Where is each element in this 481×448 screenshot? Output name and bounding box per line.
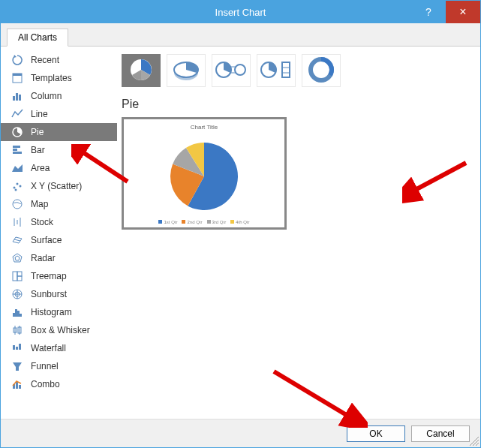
svg-point-9 — [14, 187, 16, 189]
tab-strip: All Charts — [1, 23, 480, 47]
svg-rect-35 — [13, 345, 15, 350]
sidebar-item-x-y-scatter-[interactable]: X Y (Scatter) — [1, 177, 117, 195]
sidebar-item-label: Bar — [31, 145, 45, 155]
sidebar-item-line[interactable]: Line — [1, 105, 117, 123]
legend-item: 3rd Qtr — [207, 220, 227, 224]
ok-button[interactable]: OK — [347, 425, 405, 442]
subtype-pie-2d[interactable] — [122, 54, 161, 87]
radar-icon — [11, 252, 23, 264]
recent-icon — [11, 54, 23, 66]
svg-rect-48 — [282, 62, 290, 77]
preview-pie-icon — [163, 132, 245, 220]
bar-icon — [11, 144, 23, 156]
svg-rect-36 — [16, 347, 18, 350]
combo-icon — [11, 378, 23, 390]
svg-point-10 — [17, 183, 19, 185]
svg-rect-1 — [13, 74, 22, 76]
sidebar-item-box-whisker[interactable]: Box & Whisker — [1, 321, 117, 339]
svg-marker-19 — [15, 256, 20, 260]
svg-rect-28 — [15, 309, 17, 317]
subtype-pie-3d[interactable] — [167, 54, 206, 87]
sidebar-item-histogram[interactable]: Histogram — [1, 303, 117, 321]
subtype-doughnut[interactable] — [302, 54, 341, 87]
sidebar-item-label: Funnel — [31, 361, 59, 371]
svg-point-11 — [20, 185, 22, 188]
sidebar-item-combo[interactable]: Combo — [1, 375, 117, 393]
funnel-icon — [11, 360, 23, 372]
area-icon — [11, 162, 23, 174]
legend-item: 4th Qtr — [230, 220, 249, 224]
svg-rect-30 — [20, 314, 22, 317]
subtype-title: Pie — [122, 98, 470, 111]
help-icon: ? — [425, 6, 431, 18]
sidebar-item-column[interactable]: Column — [1, 87, 117, 105]
svg-rect-8 — [13, 152, 22, 154]
sidebar-item-label: Column — [31, 91, 62, 101]
sidebar-item-stock[interactable]: Stock — [1, 213, 117, 231]
svg-rect-29 — [17, 311, 20, 317]
sidebar-item-label: Waterfall — [31, 343, 66, 353]
svg-rect-27 — [13, 313, 15, 317]
legend-item: 1st Qtr — [158, 220, 177, 224]
sidebar-item-label: Pie — [31, 127, 44, 137]
svg-point-12 — [15, 189, 17, 191]
bar-of-pie-icon — [260, 56, 293, 86]
sidebar-item-funnel[interactable]: Funnel — [1, 357, 117, 375]
svg-rect-39 — [16, 382, 18, 389]
sidebar-item-radar[interactable]: Radar — [1, 249, 117, 267]
subtype-pie-of-pie[interactable] — [212, 54, 251, 87]
scatter-icon — [11, 180, 23, 192]
svg-rect-21 — [17, 272, 22, 276]
sidebar-item-label: Treemap — [31, 271, 67, 281]
preview-chart-title: Chart Title — [191, 124, 218, 131]
sidebar-item-sunburst[interactable]: Sunburst — [1, 285, 117, 303]
svg-rect-4 — [19, 95, 21, 101]
cancel-button[interactable]: Cancel — [411, 425, 470, 442]
resize-grip-icon[interactable] — [470, 437, 479, 446]
sidebar-item-recent[interactable]: Recent — [1, 51, 117, 69]
svg-line-17 — [14, 239, 20, 241]
chart-preview[interactable]: Chart Title 1st Qtr2nd Qtr3rd Qtr4th Qtr — [122, 117, 287, 230]
help-button[interactable]: ? — [411, 1, 446, 23]
dialog-footer: OK Cancel — [1, 419, 480, 447]
sidebar-item-label: Surface — [31, 235, 62, 245]
sidebar-item-label: Radar — [31, 253, 56, 263]
sidebar-item-label: Line — [31, 109, 48, 119]
line-icon — [11, 108, 23, 120]
sidebar-item-label: Templates — [31, 73, 72, 83]
column-icon — [11, 90, 23, 102]
close-icon: × — [459, 5, 466, 19]
sidebar-item-label: X Y (Scatter) — [31, 181, 82, 191]
svg-line-52 — [410, 163, 466, 193]
window-title: Insert Chart — [215, 7, 266, 18]
sidebar-item-label: Map — [31, 199, 48, 209]
sunburst-icon — [11, 288, 23, 300]
sidebar-item-label: Box & Whisker — [31, 325, 90, 335]
svg-rect-3 — [16, 93, 18, 101]
treemap-icon — [11, 270, 23, 282]
templates-icon — [11, 72, 23, 84]
sidebar-item-templates[interactable]: Templates — [1, 69, 117, 87]
sidebar-item-label: Histogram — [31, 307, 72, 317]
svg-rect-37 — [19, 344, 21, 350]
sidebar-item-waterfall[interactable]: Waterfall — [1, 339, 117, 357]
main-panel: Pie Chart Title 1st Qtr2nd Qtr3rd Qtr4th… — [117, 47, 480, 419]
sidebar-item-label: Sunburst — [31, 289, 67, 299]
stock-icon — [11, 216, 23, 228]
sidebar-item-pie[interactable]: Pie — [1, 123, 117, 141]
sidebar-item-treemap[interactable]: Treemap — [1, 267, 117, 285]
pie-3d-icon — [171, 56, 201, 86]
sidebar-item-surface[interactable]: Surface — [1, 231, 117, 249]
sidebar-item-area[interactable]: Area — [1, 159, 117, 177]
map-icon — [11, 198, 23, 210]
sidebar-item-map[interactable]: Map — [1, 195, 117, 213]
surface-icon — [11, 234, 23, 246]
boxwhisker-icon — [11, 324, 23, 336]
close-button[interactable]: × — [446, 1, 480, 23]
pie-icon — [11, 126, 23, 138]
sidebar-item-label: Stock — [31, 217, 53, 227]
svg-rect-40 — [19, 385, 21, 389]
sidebar-item-bar[interactable]: Bar — [1, 141, 117, 159]
tab-all-charts[interactable]: All Charts — [7, 29, 68, 47]
subtype-bar-of-pie[interactable] — [257, 54, 296, 87]
